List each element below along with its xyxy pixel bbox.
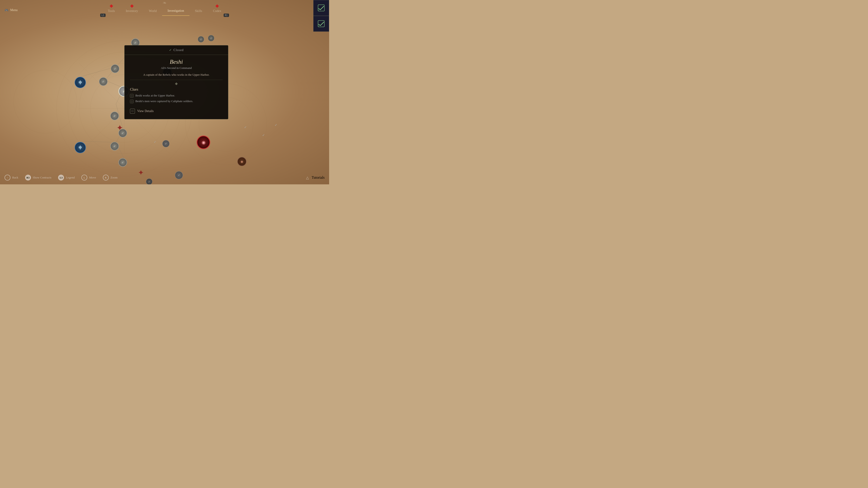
blood-marker-1: ✦: [116, 123, 123, 133]
target-description: A captain of the Rebels who works in the…: [130, 72, 223, 80]
clue-2-text: Beshi's men were captured by Caliphate s…: [135, 99, 193, 103]
view-details-label: View Details: [137, 109, 154, 113]
navigation-bar: 🎮 Menu ❧ L1 ◆ Tools ◆ Inventory World In…: [0, 0, 329, 20]
codex-diamond-icon: ◆: [215, 3, 220, 8]
map-small-check-4: ✓: [262, 133, 265, 137]
nav-tabs: ❧ L1 ◆ Tools ◆ Inventory World Investiga…: [102, 0, 227, 16]
info-panel: ✓ Closed Beshi Ali's Second in Command A…: [124, 45, 228, 119]
map-node-7[interactable]: ✓: [119, 158, 127, 167]
tab-world-label: World: [149, 9, 157, 13]
show-contracts-button-icon: R3: [25, 175, 31, 181]
tab-codex-label: Codex: [213, 9, 221, 13]
map-node-small-2[interactable]: ✓: [208, 35, 214, 41]
back-label: Back: [12, 176, 18, 180]
panel-header: ✓ Closed: [125, 45, 228, 55]
target-name: Beshi: [130, 59, 223, 65]
map-small-check-3: ✓: [275, 123, 277, 127]
tab-world[interactable]: World: [144, 0, 162, 15]
show-contracts-label: Show Contracts: [33, 176, 52, 180]
clues-title: Clues: [130, 88, 223, 92]
quick-button-1[interactable]: [313, 0, 329, 16]
controller-icon: 🎮: [4, 8, 8, 12]
bottom-bar: ○ Back R3 Show Contracts L3 Legend L Mov…: [0, 171, 329, 184]
menu-button[interactable]: 🎮 Menu: [4, 8, 18, 12]
tutorials-action[interactable]: △ Tutorials: [305, 175, 324, 180]
view-details-button[interactable]: □ View Details: [130, 107, 223, 116]
map-node-assassin-2[interactable]: [74, 142, 86, 153]
menu-label: Menu: [10, 8, 18, 12]
map-node-4[interactable]: ✓: [110, 111, 119, 120]
map-node-3[interactable]: ✓: [99, 77, 107, 86]
legend-action[interactable]: L3 Legend: [58, 175, 74, 181]
quick-button-2[interactable]: [313, 16, 329, 32]
map-node-assassin-1[interactable]: [74, 77, 86, 88]
map-node-6[interactable]: ✓: [110, 142, 119, 151]
show-contracts-action[interactable]: R3 Show Contracts: [25, 175, 52, 181]
map-small-check-1: ✓: [154, 140, 156, 144]
skills-icon: [196, 3, 201, 8]
r1-badge: R1: [223, 13, 229, 17]
panel-status: Closed: [174, 48, 184, 52]
panel-body: Beshi Ali's Second in Command A captain …: [125, 55, 228, 119]
tab-codex[interactable]: ◆ Codex: [208, 0, 227, 15]
tab-skills-label: Skills: [195, 9, 202, 13]
tutorials-button-icon: △: [305, 175, 310, 180]
clues-section: Clues ◻ Beshi works at the Upper Harbor.…: [130, 88, 223, 103]
world-icon: [150, 3, 156, 8]
clue-2-icon: ◻: [130, 100, 133, 103]
back-action[interactable]: ○ Back: [4, 175, 18, 181]
tab-skills[interactable]: Skills: [189, 0, 208, 15]
move-button-icon: L: [81, 175, 87, 181]
move-label: Move: [89, 176, 96, 180]
legend-button-icon: L3: [58, 175, 64, 181]
right-quick-buttons: [313, 0, 329, 32]
map-node-2[interactable]: ✓: [111, 64, 119, 73]
map-small-check-2: ✓: [244, 125, 247, 129]
back-button-icon: ○: [4, 175, 10, 181]
map-portrait-small-1[interactable]: ◉: [237, 157, 246, 166]
target-subtitle: Ali's Second in Command: [130, 66, 223, 70]
map-node-8[interactable]: ✓: [162, 140, 169, 147]
closed-checkmark: ✓: [169, 48, 172, 52]
map-portrait-blood-1[interactable]: ◉: [197, 135, 210, 149]
tab-investigation-label: Investigation: [167, 9, 184, 13]
clue-item-2: ◻ Beshi's men were captured by Caliphate…: [130, 99, 223, 103]
zoom-button-icon: R: [103, 175, 109, 181]
investigation-icon: [173, 3, 179, 8]
clue-item-1: ◻ Beshi works at the Upper Harbor.: [130, 94, 223, 98]
tab-inventory[interactable]: ◆ Inventory: [120, 0, 143, 15]
svg-line-21: [318, 9, 320, 11]
move-action[interactable]: L Move: [81, 175, 96, 181]
tab-investigation[interactable]: Investigation: [162, 0, 189, 16]
zoom-action[interactable]: R Zoom: [103, 175, 118, 181]
map-node-small-1[interactable]: ✓: [198, 36, 204, 42]
inventory-diamond-icon: ◆: [129, 3, 134, 8]
divider: ◆: [130, 81, 223, 86]
legend-label: Legend: [66, 176, 74, 180]
svg-line-23: [318, 25, 320, 26]
svg-rect-20: [318, 5, 324, 11]
view-details-icon: □: [130, 109, 135, 113]
zoom-label: Zoom: [111, 176, 118, 180]
clue-1-icon: ◻: [130, 94, 133, 98]
tab-tools[interactable]: ◆ Tools: [102, 0, 120, 15]
tab-inventory-label: Inventory: [126, 9, 138, 13]
tutorials-label: Tutorials: [312, 175, 324, 180]
clue-1-text: Beshi works at the Upper Harbor.: [135, 94, 175, 97]
tab-tools-label: Tools: [108, 9, 115, 13]
svg-rect-22: [318, 21, 324, 27]
tools-diamond-icon: ◆: [109, 3, 114, 8]
